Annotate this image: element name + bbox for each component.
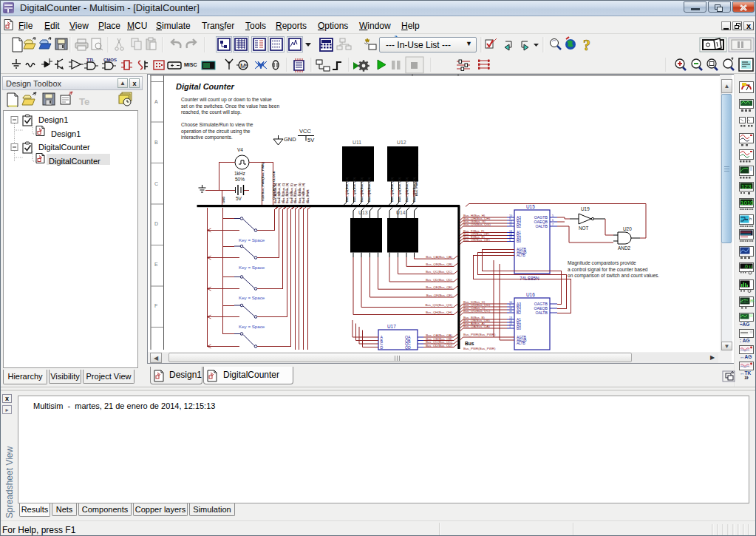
svg-text:Counter will count up or down: Counter will count up or down to the val… xyxy=(181,97,272,103)
svg-text:DigitalCounter: DigitalCounter xyxy=(49,157,101,166)
svg-text:U14: U14 xyxy=(396,210,406,215)
svg-text:F: F xyxy=(154,303,157,308)
svg-text:Design1: Design1 xyxy=(38,115,68,124)
svg-text:Bus_QD(Bus_QD): Bus_QD(Bus_QD) xyxy=(345,177,349,202)
svg-text:Bus_QF(Bus_QF): Bus_QF(Bus_QF) xyxy=(426,294,453,297)
svg-text:D: D xyxy=(381,345,384,350)
svg-text:6: 6 xyxy=(552,219,554,222)
svg-text:set on the switches. Once the: set on the switches. Once the value has … xyxy=(181,104,279,109)
svg-text:Bus_D(Bus_D): Bus_D(Bus_D) xyxy=(285,183,289,203)
svg-text:Design1: Design1 xyxy=(51,129,81,138)
svg-text:GND: GND xyxy=(222,197,225,203)
svg-text:1: 1 xyxy=(509,239,511,242)
svg-text:VCC: VCC xyxy=(299,128,311,135)
svg-text:Bus_G(Bus_G): Bus_G(Bus_G) xyxy=(298,183,302,203)
svg-text:÷AG: ÷AG xyxy=(740,322,749,327)
svg-text:QD: QD xyxy=(405,345,411,350)
svg-text:B2: B2 xyxy=(517,225,521,228)
svg-text:11: 11 xyxy=(509,223,512,226)
svg-text:reached, the count will stop.: reached, the count will stop. xyxy=(181,109,242,115)
svg-text:Bus_QB(Bus_QB): Bus_QB(Bus_QB) xyxy=(426,262,452,266)
svg-text:88: 88 xyxy=(750,299,755,303)
svg-text:Bus_QD(Bus_QD): Bus_QD(Bus_QD) xyxy=(390,177,394,202)
svg-text:Magnitude comparators provide: Magnitude comparators provide xyxy=(568,260,636,266)
svg-text:B0: B0 xyxy=(517,240,521,243)
svg-text:Bus_QD(Bus_QD): Bus_QD(Bus_QD) xyxy=(367,177,371,202)
svg-text:Bus_QD(Bus_QD): Bus_QD(Bus_QD) xyxy=(360,177,364,202)
svg-text:5V: 5V xyxy=(307,137,314,143)
svg-text:Bus_QE(Bus_QE): Bus_QE(Bus_QE) xyxy=(426,285,452,289)
svg-text:↔AG: ↔AG xyxy=(740,354,752,359)
svg-text:Bus_C(Bus_C): Bus_C(Bus_C) xyxy=(282,183,285,203)
svg-text:U13: U13 xyxy=(358,210,368,215)
svg-text:Key = Space: Key = Space xyxy=(239,324,265,329)
svg-text:Choose Simulate/Run to view th: Choose Simulate/Run to view the xyxy=(181,122,253,127)
svg-text:»: » xyxy=(744,373,749,381)
svg-text:U16: U16 xyxy=(526,292,535,297)
svg-text:CMOS: CMOS xyxy=(103,58,117,62)
svg-text:Bus_PWR(Bus_PWR): Bus_PWR(Bus_PWR) xyxy=(463,347,496,350)
svg-text:Bus_QG(Bus_QG): Bus_QG(Bus_QG) xyxy=(463,223,491,226)
svg-text:Bus_QG(Bus_QG): Bus_QG(Bus_QG) xyxy=(425,303,452,307)
svg-text:U19: U19 xyxy=(581,206,590,211)
svg-text:U11: U11 xyxy=(353,140,361,145)
svg-text:M: M xyxy=(240,62,246,69)
svg-text:5: 5 xyxy=(552,214,554,217)
svg-text:B2: B2 xyxy=(517,311,521,315)
svg-text:D: D xyxy=(154,221,158,226)
svg-text:7: 7 xyxy=(552,223,554,226)
svg-text:U15: U15 xyxy=(526,204,535,209)
svg-text:Bus_F(Bus_F): Bus_F(Bus_F) xyxy=(293,183,297,203)
svg-text:Bus_QD(Bus_QD): Bus_QD(Bus_QD) xyxy=(426,278,453,282)
svg-text:DigitalCounter: DigitalCounter xyxy=(38,143,90,152)
svg-text:MISC: MISC xyxy=(184,62,197,67)
svg-text:ALTB: ALTB xyxy=(517,254,525,257)
svg-text:OALTB: OALTB xyxy=(535,311,548,315)
svg-text:Te: Te xyxy=(79,96,89,107)
svg-text:operation of the circuit using: operation of the circuit using the xyxy=(181,129,251,135)
svg-text:GND: GND xyxy=(284,136,296,143)
svg-text:Digital Counter: Digital Counter xyxy=(176,82,235,91)
svg-text:?: ? xyxy=(583,37,590,53)
svg-text:B0: B0 xyxy=(517,327,521,330)
svg-text:a control signal for the count: a control signal for the counter based xyxy=(568,267,648,273)
svg-text:Key = Space: Key = Space xyxy=(239,237,265,242)
svg-text:on comparison of switch and co: on comparison of switch and count values… xyxy=(568,273,659,279)
svg-text:Bus_QA(Bus_QA): Bus_QA(Bus_QA) xyxy=(463,325,490,328)
svg-text:U20: U20 xyxy=(623,226,632,231)
svg-text:B: B xyxy=(154,140,158,145)
svg-text:Bus_QC(Bus_QC): Bus_QC(Bus_QC) xyxy=(463,309,491,313)
svg-text:U17: U17 xyxy=(387,324,396,329)
svg-text:E: E xyxy=(154,262,158,267)
svg-text:Bus_QE(Bus_QE): Bus_QE(Bus_QE) xyxy=(463,238,490,242)
svg-text:1010: 1010 xyxy=(740,200,754,206)
svg-text:AND2: AND2 xyxy=(618,245,630,251)
svg-text:ALTB: ALTB xyxy=(517,342,525,345)
svg-text:Bus_A(Bus_A): Bus_A(Bus_A) xyxy=(273,183,277,203)
svg-text:Bus_QD(Bus_QD): Bus_QD(Bus_QD) xyxy=(412,177,416,202)
svg-text:h: h xyxy=(749,217,752,221)
svg-text:Bus: Bus xyxy=(465,341,474,346)
svg-text:Bus_QC(Bus_QC): Bus_QC(Bus_QC) xyxy=(426,270,453,274)
svg-text:Key = Space: Key = Space xyxy=(239,265,265,270)
svg-text:1: 1 xyxy=(509,325,511,328)
svg-text:Key = Space: Key = Space xyxy=(239,295,265,300)
svg-text:Bus_QD(Bus_QD): Bus_QD(Bus_QD) xyxy=(353,177,356,202)
svg-text:A: A xyxy=(154,99,158,104)
svg-text:TTL: TTL xyxy=(86,58,95,62)
svg-text:Bus_QD(Bus_QD): Bus_QD(Bus_QD) xyxy=(398,177,401,202)
svg-text:.0 u: .0 u xyxy=(743,264,752,269)
svg-text:123: 123 xyxy=(741,183,752,190)
svg-text:Bus_QA(Bus_QA): Bus_QA(Bus_QA) xyxy=(426,255,452,259)
svg-text:: AG: : AG xyxy=(740,338,749,343)
svg-text:11: 11 xyxy=(509,310,512,313)
svg-text:Bus_QH(Bus_QH): Bus_QH(Bus_QH) xyxy=(426,311,453,314)
svg-text:Bus_QD(Bus_QD): Bus_QD(Bus_QD) xyxy=(426,344,453,347)
svg-text:Bus_QD(Bus_QD): Bus_QD(Bus_QD) xyxy=(405,177,409,202)
svg-text:5V: 5V xyxy=(236,196,242,201)
svg-text:OALTB: OALTB xyxy=(535,224,548,228)
svg-text:V4: V4 xyxy=(237,147,243,152)
svg-text:interactive components.: interactive components. xyxy=(181,135,233,140)
svg-text:NOT: NOT xyxy=(579,225,589,231)
svg-text:V1B Bus_PWR(Bus_PWR): V1B Bus_PWR(Bus_PWR) xyxy=(261,162,265,201)
